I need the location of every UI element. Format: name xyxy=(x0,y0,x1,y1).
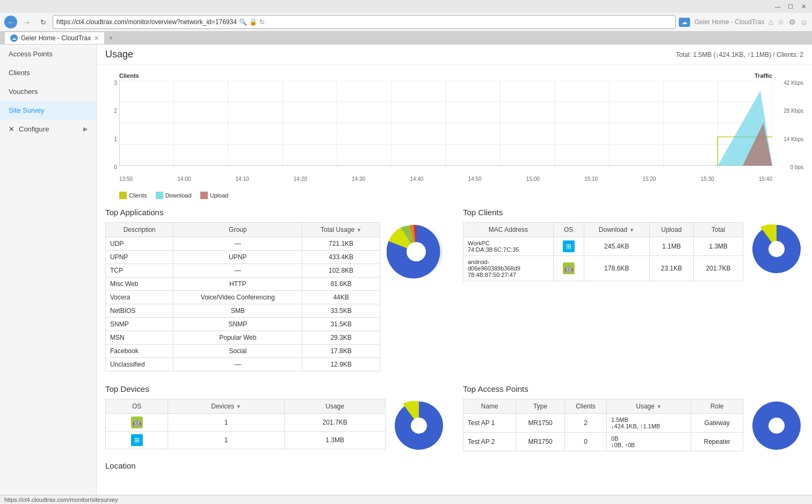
top-sections-row: Top Applications Description Group Total… xyxy=(97,201,812,378)
ap-clients: 2 xyxy=(564,414,606,433)
top-applications-content: Description Group Total Usage ▼ UDP — 72… xyxy=(105,222,446,371)
sidebar-label-vouchers: Vouchers xyxy=(9,87,38,96)
sidebar-label-configure: Configure xyxy=(19,125,49,133)
client-upload: 23.1KB xyxy=(649,256,693,281)
col-usage: Usage xyxy=(285,399,386,414)
col-description: Description xyxy=(106,223,173,237)
table-row: Unclassified — 12.9KB xyxy=(106,358,380,371)
sidebar-item-clients[interactable]: Clients xyxy=(0,63,96,82)
devices-sort-icon[interactable]: ▼ xyxy=(236,404,241,410)
app-group: — xyxy=(173,237,302,251)
windows-icon: ⊞ xyxy=(563,240,575,252)
col-clients: Clients xyxy=(564,399,606,414)
sidebar-item-site-survey[interactable]: Site Survey xyxy=(0,101,96,120)
ap-usage-sort[interactable]: ▼ xyxy=(656,404,662,410)
home-icon[interactable]: ⌂ xyxy=(769,18,773,26)
back-button[interactable]: ← xyxy=(4,16,17,28)
tab-label: Geier Home - CloudTrax xyxy=(21,34,91,42)
chart-clients-title: Clients xyxy=(119,72,139,79)
col-name: Name xyxy=(463,399,516,414)
col-download: Download ▼ xyxy=(584,223,649,237)
col-os: OS xyxy=(106,399,168,414)
nav-bar: ← → ↻ https://ct4.cloudtrax.com/monitor/… xyxy=(0,13,812,32)
android-icon: 🤖 xyxy=(131,417,143,428)
col-group: Group xyxy=(173,223,302,237)
client-total: 201.7KB xyxy=(693,256,743,281)
legend-download: Download xyxy=(156,192,192,199)
client-download: 178.6KB xyxy=(584,256,649,281)
table-row: Test AP 1 MR1750 2 1.5MB↓424.1KB, ↑1.1MB… xyxy=(463,414,743,433)
title-bar: — ☐ ✕ xyxy=(0,0,812,13)
ap-clients: 0 xyxy=(564,433,606,451)
table-row: Test AP 2 MR1750 0 0B↓0B, ↑0B Repeater xyxy=(463,433,743,451)
table-row: UPNP UPNP 433.4KB xyxy=(106,251,380,264)
forward-button[interactable]: → xyxy=(20,16,33,28)
col-type: Type xyxy=(516,399,565,414)
top-clients-title: Top Clients xyxy=(463,208,803,217)
top-access-points-section: Top Access Points Name Type Clients Usag… xyxy=(454,378,812,459)
col-upload: Upload xyxy=(649,223,693,237)
star-icon[interactable]: ☆ xyxy=(778,18,785,26)
col-role: Role xyxy=(691,399,743,414)
sidebar-item-access-points[interactable]: Access Points xyxy=(0,45,96,63)
table-row: UDP — 721.1KB xyxy=(106,237,380,251)
device-usage: 1.3MB xyxy=(285,432,386,449)
tab-close-icon[interactable]: ✕ xyxy=(94,35,99,42)
top-applications-section: Top Applications Description Group Total… xyxy=(97,201,454,378)
new-tab-button[interactable]: + xyxy=(105,32,117,44)
device-count: 1 xyxy=(168,414,285,432)
top-clients-pie xyxy=(750,222,803,276)
col-os: OS xyxy=(553,223,584,237)
top-ap-table: Name Type Clients Usage ▼ Role Test AP 1… xyxy=(463,399,743,451)
top-applications-table: Description Group Total Usage ▼ UDP — 72… xyxy=(105,222,380,371)
table-row: Misc Web HTTP 81.6KB xyxy=(106,277,380,291)
refresh-button[interactable]: ↻ xyxy=(37,16,49,28)
chart-legend: Clients Download Upload xyxy=(105,192,803,199)
close-btn[interactable]: ✕ xyxy=(799,2,808,11)
top-devices-content: OS Devices ▼ Usage 🤖 1 201. xyxy=(105,399,446,452)
svg-point-28 xyxy=(769,418,785,434)
sort-icon[interactable]: ▼ xyxy=(356,227,361,233)
col-devices: Devices ▼ xyxy=(168,399,285,414)
maximize-btn[interactable]: ☐ xyxy=(786,2,795,11)
table-row: Facebook Social 17.8KB xyxy=(106,345,380,358)
sidebar-label-clients: Clients xyxy=(9,69,30,77)
client-mac: android-d06e960389b368d978:4B:87:50:27:4… xyxy=(463,256,554,281)
tab-bar: ☁ Geier Home - CloudTrax ✕ + xyxy=(0,32,812,44)
device-os: 🤖 xyxy=(106,414,168,432)
chart-traffic-title: Traffic xyxy=(755,72,772,79)
chevron-right-icon: ▶ xyxy=(83,126,88,133)
sidebar: Access Points Clients Vouchers Site Surv… xyxy=(0,45,97,495)
ap-name: Test AP 2 xyxy=(463,433,516,451)
apps-pie-svg xyxy=(387,222,446,281)
svg-point-24 xyxy=(769,241,785,257)
nav-icons: ☁ Geier Home - CloudTrax ⌂ ☆ ⚙ ☺ xyxy=(679,18,808,27)
download-sort-icon[interactable]: ▼ xyxy=(629,227,635,233)
table-row: android-d06e960389b368d978:4B:87:50:27:4… xyxy=(463,256,743,281)
address-bar[interactable]: https://ct4.cloudtrax.com/monitor/overvi… xyxy=(53,15,676,29)
address-text: https://ct4.cloudtrax.com/monitor/overvi… xyxy=(56,18,237,26)
top-clients-table: MAC Address OS Download ▼ Upload Total W… xyxy=(463,222,743,281)
minimize-btn[interactable]: — xyxy=(773,2,782,11)
top-devices-pie xyxy=(392,399,446,452)
sidebar-item-vouchers[interactable]: Vouchers xyxy=(0,82,96,101)
face-icon[interactable]: ☺ xyxy=(800,18,808,26)
android-icon: 🤖 xyxy=(563,262,575,274)
sidebar-label-site-survey: Site Survey xyxy=(9,106,44,114)
client-upload: 1.1MB xyxy=(649,237,693,256)
device-os: ⊞ xyxy=(106,432,168,449)
top-devices-title: Top Devices xyxy=(105,384,446,393)
legend-clients-color xyxy=(119,192,127,199)
sidebar-label-access-points: Access Points xyxy=(9,50,53,58)
ap-usage: 1.5MB↓424.1KB, ↑1.1MB xyxy=(607,414,691,433)
main-layout: Access Points Clients Vouchers Site Surv… xyxy=(0,45,812,495)
lock-icon: 🔒 xyxy=(249,18,257,26)
gear-icon[interactable]: ⚙ xyxy=(789,18,796,26)
device-count: 1 xyxy=(168,432,285,449)
sidebar-item-configure[interactable]: ✕ Configure ▶ xyxy=(0,120,96,138)
active-tab[interactable]: ☁ Geier Home - CloudTrax ✕ xyxy=(4,32,105,44)
top-devices-table: OS Devices ▼ Usage 🤖 1 201. xyxy=(105,399,386,449)
client-download: 245.4KB xyxy=(584,237,649,256)
table-row: Vocera Voice/Video Conferencing 44KB xyxy=(106,291,380,304)
tab-title: Geier Home - CloudTrax xyxy=(694,18,764,26)
